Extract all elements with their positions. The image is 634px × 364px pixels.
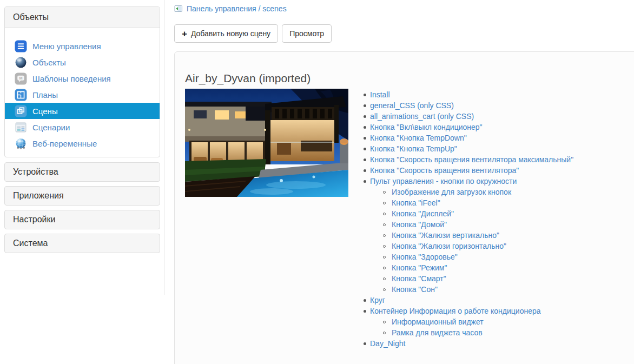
disc-bullet-icon bbox=[364, 169, 366, 172]
objects-panel-header[interactable]: Объекты bbox=[5, 7, 160, 28]
scene-element-item: general_CSS (only CSS) bbox=[357, 100, 630, 111]
scene-element-link[interactable]: Кнопка "Скорость вращения вентилятора" bbox=[370, 166, 519, 175]
view-button-label: Просмотр bbox=[289, 29, 324, 38]
circle-bullet-icon bbox=[383, 256, 386, 259]
column-divider bbox=[164, 0, 165, 295]
plus-icon: + bbox=[182, 29, 187, 38]
scene-element-link[interactable]: Информационный виджет bbox=[392, 317, 484, 326]
disc-bullet-icon bbox=[364, 158, 366, 161]
disc-bullet-icon bbox=[364, 299, 366, 302]
sidebar-item-objects[interactable]: Объекты bbox=[5, 54, 160, 70]
view-button[interactable]: Просмотр bbox=[282, 24, 332, 43]
scene-element-link[interactable]: Кнопка "Кнопка TempUp" bbox=[370, 144, 457, 153]
sidebar-panel-title: Устройства bbox=[13, 167, 58, 177]
add-scene-button[interactable]: + Добавить новую сцену bbox=[174, 24, 278, 43]
scene-element-item: Круг bbox=[357, 295, 630, 306]
circle-bullet-icon bbox=[383, 234, 386, 237]
scene-element-item: Кнопка "Режим" bbox=[357, 262, 630, 273]
scene-element-link[interactable]: general_CSS (only CSS) bbox=[370, 101, 454, 110]
circle-bullet-icon bbox=[383, 202, 386, 204]
scene-element-link[interactable]: Кнопка "Сон" bbox=[392, 285, 438, 294]
plans-icon bbox=[15, 89, 27, 101]
sidebar-item-scenarios[interactable]: Сценарии bbox=[5, 119, 160, 135]
behavior-templates-icon: M bbox=[15, 72, 27, 85]
scene-element-item: Информационный виджет bbox=[357, 316, 630, 327]
web-variables-icon bbox=[15, 137, 27, 150]
svg-text:M: M bbox=[19, 75, 22, 80]
breadcrumb: Панель управления / scenes bbox=[174, 4, 287, 13]
circle-bullet-icon bbox=[383, 213, 386, 215]
scene-element-item: Пульт управления - кнопки по окружности bbox=[357, 176, 630, 187]
scene-element-link[interactable]: Install bbox=[370, 90, 390, 99]
scene-element-item: Кнопка "iFeel" bbox=[357, 197, 630, 208]
sidebar-item-label: Планы bbox=[32, 90, 58, 100]
scene-element-link[interactable]: Пульт управления - кнопки по окружности bbox=[370, 177, 517, 186]
sidebar-item-plans[interactable]: Планы bbox=[5, 87, 160, 103]
sidebar-item-label: Сцены bbox=[32, 107, 58, 116]
scene-element-item: Кнопка "Скорость вращения вентилятора" bbox=[357, 165, 630, 176]
menu-icon bbox=[15, 40, 27, 52]
sidebar-panel-devices[interactable]: Устройства bbox=[4, 162, 160, 182]
scene-element-link[interactable]: Кнопка "Домой" bbox=[392, 220, 447, 229]
sidebar-panel-system[interactable]: Система bbox=[4, 234, 160, 253]
scene-element-item: Изображение для загрузок кнопок bbox=[357, 187, 630, 197]
scene-element-link[interactable]: all_animations_cart (only CSS) bbox=[370, 112, 474, 121]
scene-element-item: Day_Night bbox=[357, 338, 630, 349]
scene-element-link[interactable]: Кнопка "Жалюзи горизонтально" bbox=[392, 242, 506, 250]
scene-element-link[interactable]: Кнопка "Дисплей" bbox=[392, 209, 454, 218]
scene-element-link[interactable]: Кнопка "Жалюзи вертикально" bbox=[392, 231, 499, 240]
scene-element-link[interactable]: Кнопка "iFeel" bbox=[392, 198, 440, 207]
disc-bullet-icon bbox=[364, 115, 366, 118]
scene-elements-list: Installgeneral_CSS (only CSS)all_animati… bbox=[357, 89, 630, 349]
sidebar-panel-title: Настройки bbox=[13, 215, 55, 224]
sidebar-item-control-menu[interactable]: Меню управления bbox=[5, 38, 160, 54]
scene-element-link[interactable]: Круг bbox=[370, 296, 385, 305]
disc-bullet-icon bbox=[364, 126, 366, 129]
scene-element-item: Кнопка "Дисплей" bbox=[357, 208, 630, 219]
circle-bullet-icon bbox=[383, 288, 386, 291]
scene-element-link[interactable]: Кнопка "Скорость вращения вентилятора ма… bbox=[370, 155, 573, 164]
circle-bullet-icon bbox=[383, 191, 386, 194]
disc-bullet-icon bbox=[364, 104, 366, 107]
disc-bullet-icon bbox=[364, 310, 366, 313]
disc-bullet-icon bbox=[364, 180, 366, 183]
scenarios-icon bbox=[15, 121, 27, 134]
scenes-icon bbox=[15, 105, 27, 117]
scene-element-link[interactable]: Day_Night bbox=[370, 339, 405, 348]
scene-element-link[interactable]: Кнопка "Здоровье" bbox=[392, 253, 458, 261]
toolbar: + Добавить новую сцену Просмотр bbox=[174, 24, 332, 43]
sidebar-item-label: Сценарии bbox=[32, 123, 70, 132]
sidebar: Объекты Меню управленияОбъектыMШаблоны п… bbox=[4, 6, 160, 157]
scene-element-item: Install bbox=[357, 89, 630, 100]
sidebar-item-scenes[interactable]: Сцены bbox=[5, 103, 160, 119]
scene-element-link[interactable]: Кнопка "Режим" bbox=[392, 263, 447, 272]
sidebar-item-label: Шаблоны поведения bbox=[32, 74, 111, 83]
sidebar-panel-settings[interactable]: Настройки bbox=[4, 210, 160, 229]
breadcrumb-link[interactable]: Панель управления / scenes bbox=[187, 4, 287, 13]
sidebar-panel-apps[interactable]: Приложения bbox=[4, 186, 160, 206]
scene-element-link[interactable]: Кнопка "Смарт" bbox=[392, 274, 446, 283]
scene-element-link[interactable]: Изображение для загрузок кнопок bbox=[392, 188, 511, 196]
sidebar-item-behavior-templates[interactable]: MШаблоны поведения bbox=[5, 70, 160, 87]
scene-element-link[interactable]: Кнопка "Вкл\выкл кондиционер" bbox=[370, 123, 483, 131]
scene-element-item: all_animations_cart (only CSS) bbox=[357, 111, 630, 122]
disc-bullet-icon bbox=[364, 342, 366, 345]
circle-bullet-icon bbox=[383, 223, 386, 226]
sphere-icon bbox=[15, 56, 27, 69]
sidebar-item-label: Веб-переменные bbox=[32, 139, 97, 148]
sidebar-item-label: Меню управления bbox=[32, 42, 101, 51]
scene-element-link[interactable]: Контейнер Информация о работе кондиционе… bbox=[370, 307, 541, 315]
scene-element-item: Кнопка "Скорость вращения вентилятора ма… bbox=[357, 154, 630, 165]
scene-element-link[interactable]: Рамка для виджета часов bbox=[392, 328, 483, 337]
circle-bullet-icon bbox=[383, 321, 386, 323]
scene-element-item: Кнопка "Жалюзи горизонтально" bbox=[357, 241, 630, 252]
sidebar-item-web-variables[interactable]: Веб-переменные bbox=[5, 135, 160, 151]
disc-bullet-icon bbox=[364, 137, 366, 140]
scene-element-item: Рамка для виджета часов bbox=[357, 327, 630, 338]
panel-window-icon bbox=[174, 4, 183, 13]
scene-element-link[interactable]: Кнопка "Кнопка TempDown" bbox=[370, 134, 467, 142]
circle-bullet-icon bbox=[383, 277, 386, 280]
scene-element-item: Кнопка "Кнопка TempUp" bbox=[357, 143, 630, 154]
scene-element-item: Кнопка "Здоровье" bbox=[357, 252, 630, 262]
circle-bullet-icon bbox=[383, 245, 386, 248]
